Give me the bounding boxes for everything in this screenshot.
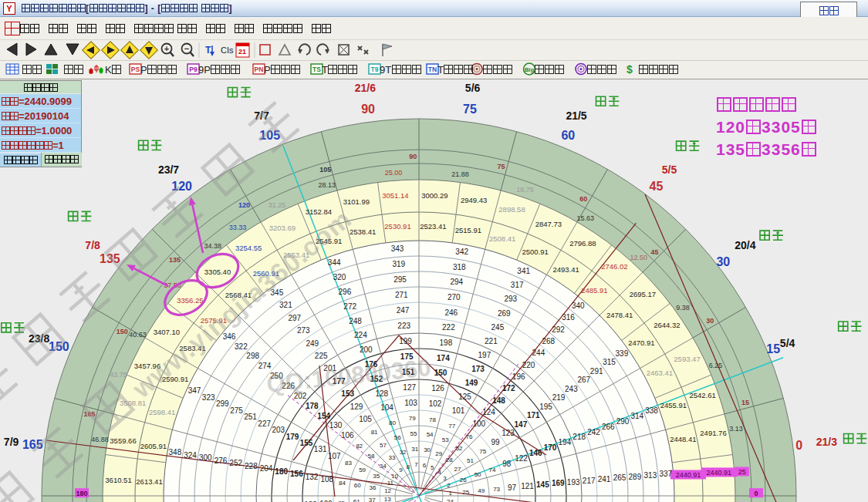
svg-text:3051.14: 3051.14 xyxy=(382,191,408,200)
svg-text:3305.40: 3305.40 xyxy=(204,268,231,276)
svg-text:97: 97 xyxy=(508,483,517,492)
svg-text:153: 153 xyxy=(341,389,354,398)
svg-text:79: 79 xyxy=(409,415,416,422)
svg-text:T: T xyxy=(205,45,211,56)
svg-text:21: 21 xyxy=(238,48,246,56)
svg-text:2440.91: 2440.91 xyxy=(707,469,732,477)
svg-text:75: 75 xyxy=(497,163,505,170)
svg-text:251: 251 xyxy=(244,413,257,421)
svg-text:225: 225 xyxy=(315,352,328,360)
svg-text:220: 220 xyxy=(522,361,535,369)
svg-text:199: 199 xyxy=(399,337,412,345)
svg-text:P9: P9 xyxy=(189,66,198,73)
svg-text:180: 180 xyxy=(76,490,87,497)
svg-text:347: 347 xyxy=(188,386,201,395)
svg-text:107: 107 xyxy=(328,452,341,460)
svg-text:$: $ xyxy=(627,63,633,76)
svg-text:TS: TS xyxy=(312,66,321,73)
svg-text:2898.58: 2898.58 xyxy=(498,205,525,214)
svg-text:13: 13 xyxy=(384,496,391,502)
svg-text:324: 324 xyxy=(184,451,197,460)
svg-text:5/5: 5/5 xyxy=(662,163,677,176)
svg-text:120: 120 xyxy=(238,201,250,209)
svg-text:198: 198 xyxy=(440,339,453,347)
svg-text:315: 315 xyxy=(603,358,616,366)
svg-text:318: 318 xyxy=(453,263,466,271)
svg-text:33: 33 xyxy=(389,454,396,461)
svg-text:21/6: 21/6 xyxy=(355,82,376,94)
svg-text:2448.41: 2448.41 xyxy=(670,435,696,443)
svg-text:58: 58 xyxy=(368,453,375,460)
svg-text:174: 174 xyxy=(437,354,450,362)
svg-text:154: 154 xyxy=(317,412,330,420)
svg-text:3: 3 xyxy=(443,475,447,482)
svg-text:273: 273 xyxy=(297,326,310,335)
svg-text:343: 343 xyxy=(391,244,404,253)
svg-text:60: 60 xyxy=(561,129,575,142)
svg-text:3203.69: 3203.69 xyxy=(269,224,296,232)
svg-text:252: 252 xyxy=(229,459,242,467)
svg-text:344: 344 xyxy=(328,258,341,267)
svg-text:103: 103 xyxy=(404,399,417,407)
svg-text:296: 296 xyxy=(339,288,352,296)
svg-text:35: 35 xyxy=(373,473,380,480)
svg-text:30: 30 xyxy=(716,255,730,268)
svg-text:−: − xyxy=(184,44,189,53)
svg-text:242: 242 xyxy=(587,428,600,436)
svg-text:297: 297 xyxy=(288,314,301,322)
svg-text:122: 122 xyxy=(515,454,528,463)
svg-text:24: 24 xyxy=(447,498,454,502)
svg-text:196: 196 xyxy=(512,372,525,381)
svg-text:323: 323 xyxy=(202,393,215,402)
svg-text:45: 45 xyxy=(651,248,659,256)
svg-text:20/4: 20/4 xyxy=(735,239,755,251)
svg-text:3356.25: 3356.25 xyxy=(177,296,203,305)
svg-text:2530.91: 2530.91 xyxy=(384,222,410,231)
svg-text:179: 179 xyxy=(286,433,299,441)
svg-text:0: 0 xyxy=(754,490,758,497)
svg-text:2463.41: 2463.41 xyxy=(647,369,673,377)
svg-text:200: 200 xyxy=(360,345,373,354)
svg-text:34: 34 xyxy=(380,463,387,470)
svg-text:292: 292 xyxy=(552,325,565,334)
svg-text:338: 338 xyxy=(645,406,658,415)
svg-text:2470.91: 2470.91 xyxy=(628,339,654,347)
svg-text:300: 300 xyxy=(199,453,212,462)
svg-text:131: 131 xyxy=(314,445,327,453)
svg-text:2440.91: 2440.91 xyxy=(676,471,701,479)
svg-text:28.13: 28.13 xyxy=(318,181,336,189)
svg-text:2542.61: 2542.61 xyxy=(689,391,715,399)
svg-text:61: 61 xyxy=(353,498,360,502)
svg-text:290: 290 xyxy=(616,417,630,426)
svg-text:298: 298 xyxy=(246,352,259,360)
svg-text:50: 50 xyxy=(475,471,481,478)
svg-text:25: 25 xyxy=(462,489,469,496)
svg-text:319: 319 xyxy=(392,260,405,268)
svg-text:21.88: 21.88 xyxy=(451,170,469,178)
svg-text:337: 337 xyxy=(659,470,672,478)
svg-text:2613.41: 2613.41 xyxy=(136,477,162,486)
svg-text:129: 129 xyxy=(350,403,363,411)
svg-text:T9: T9 xyxy=(371,66,379,73)
svg-text:222: 222 xyxy=(442,323,455,332)
svg-text:178: 178 xyxy=(306,402,319,410)
svg-text:299: 299 xyxy=(216,399,229,408)
svg-text:172: 172 xyxy=(502,384,515,393)
svg-text:1: 1 xyxy=(449,490,453,497)
svg-text:102: 102 xyxy=(429,399,442,408)
svg-text:108: 108 xyxy=(320,475,333,483)
svg-text:204: 204 xyxy=(260,464,273,473)
svg-text:37: 37 xyxy=(369,497,376,502)
svg-text:26: 26 xyxy=(460,477,467,483)
svg-text:60: 60 xyxy=(354,482,361,489)
svg-text:125: 125 xyxy=(458,393,471,401)
svg-text:8: 8 xyxy=(407,463,410,470)
svg-text:244: 244 xyxy=(532,349,545,357)
svg-text:150: 150 xyxy=(117,328,128,335)
svg-text:2508.41: 2508.41 xyxy=(489,234,515,243)
svg-text:11: 11 xyxy=(387,480,394,487)
svg-text:60: 60 xyxy=(579,195,587,203)
svg-text:2478.41: 2478.41 xyxy=(606,311,633,319)
svg-text:348: 348 xyxy=(169,448,182,457)
svg-text:180: 180 xyxy=(275,467,288,476)
